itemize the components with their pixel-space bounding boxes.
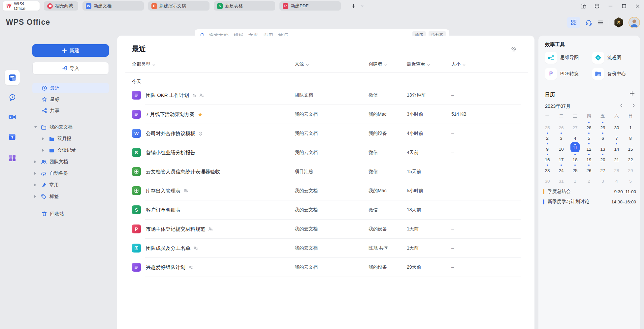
sidebar-item-star[interactable]: 星标 bbox=[32, 94, 109, 105]
file-row[interactable]: P市场主体登记提交材料规范我的云文档我的设备1天前– bbox=[117, 220, 534, 239]
calendar-day[interactable]: 25 bbox=[568, 164, 582, 174]
calendar-day[interactable]: 2 bbox=[582, 174, 596, 185]
file-row[interactable]: S客户订单明细表我的云文档微信18天前– bbox=[117, 200, 534, 220]
hamburger-menu-icon[interactable] bbox=[597, 19, 604, 26]
sidebar-tree-item[interactable]: 团队文档 bbox=[32, 157, 109, 167]
calendar-day[interactable]: 3 bbox=[554, 132, 568, 142]
super-member-badge[interactable]: S bbox=[614, 17, 624, 28]
calendar-day[interactable]: 30 bbox=[540, 174, 554, 185]
window-tab[interactable]: S新建表格 bbox=[214, 1, 275, 11]
calendar-day[interactable]: 30 bbox=[610, 121, 624, 132]
calendar-day[interactable]: 1 bbox=[624, 121, 637, 132]
calendar-day-selected[interactable]: 11 bbox=[568, 142, 582, 153]
user-avatar[interactable] bbox=[628, 17, 640, 28]
calendar-day[interactable]: 23 bbox=[540, 164, 554, 174]
calendar-day[interactable]: 1 bbox=[568, 174, 582, 185]
file-row[interactable]: 7 月线下活动策划方案我的云文档我的Mac3小时前514 KB bbox=[117, 105, 534, 124]
calendar-day[interactable]: 7 bbox=[610, 132, 624, 142]
filter-last-viewed[interactable]: 最近查看 bbox=[407, 61, 430, 67]
sidebar-tree-item[interactable]: 标签 bbox=[32, 192, 109, 201]
sidebar-tree-item[interactable]: 我的云文档 bbox=[32, 122, 109, 132]
calendar-day[interactable]: 26 bbox=[582, 164, 596, 174]
window-tab[interactable]: P新建演示文稿 bbox=[148, 1, 209, 11]
close-icon[interactable] bbox=[634, 3, 641, 9]
calendar-prev-button[interactable] bbox=[620, 104, 623, 108]
calendar-day[interactable]: 2 bbox=[540, 132, 554, 142]
calendar-event[interactable]: 新季度学习计划讨论14:30–16:00 bbox=[543, 198, 636, 205]
add-event-button[interactable] bbox=[629, 91, 635, 97]
headset-icon[interactable] bbox=[585, 19, 592, 26]
file-row[interactable]: S营销小组业绩分析报告我的云文档微信4天前– bbox=[117, 143, 534, 162]
tool-flowchart[interactable]: 流程图 bbox=[592, 52, 621, 64]
tree-expander[interactable] bbox=[34, 161, 38, 163]
tablet-mode-icon[interactable] bbox=[580, 3, 587, 9]
sidebar-tree-item[interactable]: 常用 bbox=[32, 180, 109, 190]
calendar-day[interactable]: 29 bbox=[624, 164, 637, 174]
chat-icon[interactable] bbox=[7, 92, 17, 102]
calendar-day[interactable]: 29 bbox=[596, 121, 610, 132]
tree-expander[interactable] bbox=[34, 172, 38, 175]
calendar-day[interactable]: 17 bbox=[554, 153, 568, 164]
calendar-day[interactable]: 26 bbox=[554, 121, 568, 132]
calendar-day[interactable]: 28 bbox=[610, 164, 624, 174]
import-button[interactable]: 导入 bbox=[32, 62, 109, 75]
filter-size[interactable]: 大小 bbox=[451, 61, 466, 67]
calendar-day[interactable]: 12 bbox=[582, 142, 596, 153]
calendar-event[interactable]: 季度总结会9:30–11:00 bbox=[543, 188, 636, 195]
calendar-day[interactable]: 20 bbox=[596, 153, 610, 164]
calendar-day[interactable]: 24 bbox=[554, 164, 568, 174]
tree-expander[interactable] bbox=[42, 137, 46, 140]
calendar-day[interactable]: 6 bbox=[596, 132, 610, 142]
docs-home-icon[interactable] bbox=[5, 70, 20, 85]
calendar-day[interactable]: 18 bbox=[568, 153, 582, 164]
calendar-day[interactable]: 3 bbox=[596, 174, 610, 185]
sidebar-tree-item[interactable]: 双月报 bbox=[32, 134, 109, 144]
apps-launcher-icon[interactable] bbox=[7, 153, 17, 163]
filter-creator[interactable]: 创建者 bbox=[369, 61, 387, 67]
sidebar-tree-item[interactable]: 自动备份 bbox=[32, 168, 109, 178]
calendar-day[interactable]: 21 bbox=[610, 153, 624, 164]
video-meeting-icon[interactable] bbox=[7, 112, 17, 122]
calendar-day[interactable]: 10 bbox=[554, 142, 568, 153]
tree-expander[interactable] bbox=[34, 126, 38, 128]
file-row[interactable]: 库存出入管理表我的云文档我的Mac5小时前– bbox=[117, 181, 534, 200]
tool-pdf-convert[interactable]: PPDF转换 bbox=[545, 68, 579, 80]
calendar-day[interactable]: 14 bbox=[610, 142, 624, 153]
window-tab[interactable]: 稻壳商城 bbox=[44, 1, 78, 11]
tool-mindmap[interactable]: 思维导图 bbox=[545, 52, 579, 64]
calendar-day[interactable]: 5 bbox=[582, 132, 596, 142]
new-tab-button[interactable] bbox=[351, 4, 356, 9]
file-row[interactable]: 团队 OKR 工作计划团队文档微信13分钟前– bbox=[117, 86, 534, 105]
sidebar-item-clock[interactable]: 最近 bbox=[32, 83, 109, 93]
tree-expander[interactable] bbox=[34, 184, 38, 186]
list-settings-button[interactable] bbox=[511, 46, 516, 53]
window-tab[interactable]: P新建PDF bbox=[279, 1, 341, 11]
workspace-cube-icon[interactable] bbox=[594, 3, 600, 9]
apps-grid-icon[interactable] bbox=[567, 17, 580, 28]
calendar-next-button[interactable] bbox=[632, 104, 635, 108]
new-document-button[interactable]: 新建 bbox=[32, 44, 109, 57]
calendar-day[interactable]: 13 bbox=[596, 142, 610, 153]
file-row[interactable]: 兴趣爱好组队计划我的云文档我的设备29天前– bbox=[117, 258, 534, 277]
tree-expander[interactable] bbox=[42, 149, 46, 152]
file-row[interactable]: 云文档管人员信息统计表理器验收项目汇总微信15天前– bbox=[117, 162, 534, 181]
calendar-day[interactable]: 15 bbox=[624, 142, 637, 153]
calendar-day[interactable]: 5 bbox=[624, 174, 637, 185]
tool-backup-center[interactable]: 备份中心 bbox=[592, 68, 626, 80]
calendar-7-icon[interactable]: 7 bbox=[7, 132, 17, 142]
sidebar-item-share[interactable]: 共享 bbox=[32, 105, 109, 116]
sidebar-item-trash[interactable]: 回收站 bbox=[32, 209, 109, 219]
calendar-day[interactable]: 4 bbox=[610, 174, 624, 185]
filter-source[interactable]: 来源 bbox=[295, 61, 309, 67]
maximize-icon[interactable] bbox=[621, 3, 627, 9]
calendar-day[interactable]: 27 bbox=[568, 121, 582, 132]
calendar-day[interactable]: 9 bbox=[540, 142, 554, 153]
tab-list-dropdown-button[interactable] bbox=[361, 5, 364, 7]
calendar-day[interactable]: 22 bbox=[624, 153, 637, 164]
calendar-day[interactable]: 31 bbox=[554, 174, 568, 185]
window-tab[interactable]: WWPS Office bbox=[3, 1, 40, 11]
tree-expander[interactable] bbox=[34, 195, 38, 198]
minimize-icon[interactable] bbox=[607, 3, 614, 9]
calendar-day[interactable]: 27 bbox=[596, 164, 610, 174]
calendar-day[interactable]: 16 bbox=[540, 153, 554, 164]
